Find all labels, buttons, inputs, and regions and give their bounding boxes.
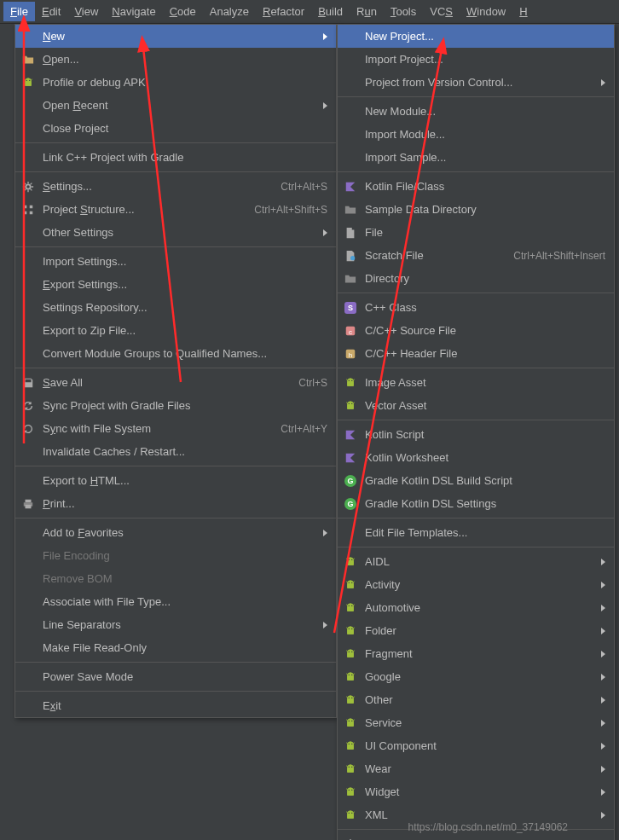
menubar-item-refactor[interactable]: Refactor bbox=[256, 2, 311, 21]
menubar-item-window[interactable]: Window bbox=[460, 2, 512, 21]
new-menu-import-project[interactable]: Import Project... bbox=[338, 48, 614, 71]
menubar-item-analyze[interactable]: Analyze bbox=[203, 2, 256, 21]
file-menu-separator bbox=[15, 171, 336, 172]
file-menu-print[interactable]: Print... bbox=[15, 492, 336, 515]
file-menu-export-to-zip-file[interactable]: Export to Zip File... bbox=[15, 319, 336, 342]
new-menu-kotlin-file-class[interactable]: Kotlin File/Class bbox=[338, 175, 614, 198]
new-menu-image-asset[interactable]: Image Asset bbox=[338, 371, 614, 394]
blank-icon bbox=[20, 444, 36, 460]
svg-point-1 bbox=[29, 79, 30, 80]
new-menu-activity[interactable]: Activity bbox=[338, 573, 614, 596]
submenu-arrow-icon bbox=[601, 743, 605, 750]
menu-item-label: Sync Project with Gradle Files bbox=[43, 399, 327, 412]
new-menu-automotive[interactable]: Automotive bbox=[338, 596, 614, 619]
new-menu-sample-data-directory[interactable]: Sample Data Directory bbox=[338, 198, 614, 221]
svg-rect-7 bbox=[26, 499, 32, 502]
new-menu-kotlin-script[interactable]: Kotlin Script bbox=[338, 423, 614, 446]
android-icon bbox=[343, 646, 358, 662]
file-menu-link-c-project-with-gradle[interactable]: Link C++ Project with Gradle bbox=[15, 146, 336, 169]
new-menu-google[interactable]: Google bbox=[338, 665, 614, 688]
file-menu-convert-module-groups-to-qualified-names[interactable]: Convert Module Groups to Qualified Names… bbox=[15, 342, 336, 365]
android-icon bbox=[343, 715, 358, 731]
file-menu-project-structure[interactable]: Project Structure...Ctrl+Alt+Shift+S bbox=[15, 198, 336, 221]
new-menu-new-project[interactable]: New Project... bbox=[338, 25, 614, 48]
blank-icon bbox=[343, 525, 358, 541]
file-menu-remove-bom: Remove BOM bbox=[15, 567, 336, 590]
file-menu-settings[interactable]: Settings...Ctrl+Alt+S bbox=[15, 175, 336, 198]
menu-item-label: Google bbox=[365, 670, 594, 683]
file-menu-open[interactable]: Open... bbox=[15, 48, 336, 71]
menubar-item-build[interactable]: Build bbox=[311, 2, 350, 21]
new-menu-wear[interactable]: Wear bbox=[338, 757, 614, 780]
file-menu-make-file-read-only[interactable]: Make File Read-Only bbox=[15, 636, 336, 659]
new-menu-xml[interactable]: XML bbox=[338, 803, 614, 826]
menu-item-label: Power Save Mode bbox=[43, 670, 327, 683]
new-menu-new-module[interactable]: New Module... bbox=[338, 100, 614, 123]
new-menu-gradle-kotlin-dsl-build-script[interactable]: GGradle Kotlin DSL Build Script bbox=[338, 469, 614, 492]
menubar-item-navigate[interactable]: Navigate bbox=[105, 2, 162, 21]
menu-shortcut: Ctrl+Alt+Shift+S bbox=[254, 204, 327, 216]
file-menu-invalidate-caches-restart[interactable]: Invalidate Caches / Restart... bbox=[15, 440, 336, 463]
file-menu-exit[interactable]: Exit bbox=[15, 694, 336, 717]
file-menu-sync-with-file-system[interactable]: Sync with File SystemCtrl+Alt+Y bbox=[15, 417, 336, 440]
file-icon bbox=[343, 225, 358, 240]
file-menu-add-to-favorites[interactable]: Add to Favorites bbox=[15, 521, 336, 544]
new-menu-c-class[interactable]: SC++ Class bbox=[338, 296, 614, 319]
new-menu-kotlin-worksheet[interactable]: Kotlin Worksheet bbox=[338, 446, 614, 469]
new-menu-ui-component[interactable]: UI Component bbox=[338, 734, 614, 757]
menubar-item-h[interactable]: H bbox=[512, 2, 534, 21]
file-menu-profile-or-debug-apk[interactable]: Profile or debug APK bbox=[15, 71, 336, 94]
file-menu-sync-project-with-gradle-files[interactable]: Sync Project with Gradle Files bbox=[15, 394, 336, 417]
menu-item-label: Add to Favorites bbox=[43, 526, 316, 539]
file-menu-save-all[interactable]: Save AllCtrl+S bbox=[15, 371, 336, 394]
menubar-item-tools[interactable]: Tools bbox=[384, 2, 423, 21]
menubar-item-edit[interactable]: Edit bbox=[35, 2, 67, 21]
new-menu-edit-file-templates[interactable]: Edit File Templates... bbox=[338, 521, 614, 544]
new-menu-import-sample[interactable]: Import Sample... bbox=[338, 146, 614, 169]
file-menu-export-settings[interactable]: Export Settings... bbox=[15, 273, 336, 296]
menu-item-label: Gradle Kotlin DSL Settings bbox=[365, 497, 605, 510]
menu-item-label: Profile or debug APK bbox=[43, 76, 327, 89]
menubar-item-run[interactable]: Run bbox=[350, 2, 384, 21]
new-menu-fragment[interactable]: Fragment bbox=[338, 642, 614, 665]
new-menu-c-c-source-file[interactable]: cC/C++ Source File bbox=[338, 319, 614, 342]
file-menu-import-settings[interactable]: Import Settings... bbox=[15, 250, 336, 273]
menubar-item-view[interactable]: View bbox=[67, 2, 105, 21]
new-menu-scratch-file[interactable]: Scratch FileCtrl+Alt+Shift+Insert bbox=[338, 244, 614, 267]
new-menu-c-c-header-file[interactable]: hC/C++ Header File bbox=[338, 342, 614, 365]
menubar-item-file[interactable]: File bbox=[3, 2, 35, 21]
menu-item-label: Fragment bbox=[365, 647, 594, 660]
new-menu-service[interactable]: Service bbox=[338, 711, 614, 734]
new-menu-directory[interactable]: Directory bbox=[338, 267, 614, 290]
file-menu-power-save-mode[interactable]: Power Save Mode bbox=[15, 665, 336, 688]
new-menu-gradle-kotlin-dsl-settings[interactable]: GGradle Kotlin DSL Settings bbox=[338, 492, 614, 515]
svg-point-17 bbox=[349, 403, 350, 403]
new-menu-aidl[interactable]: AIDL bbox=[338, 550, 614, 573]
file-menu-settings-repository[interactable]: Settings Repository... bbox=[15, 296, 336, 319]
menubar-item-code[interactable]: Code bbox=[163, 2, 203, 21]
file-menu-open-recent[interactable]: Open Recent bbox=[15, 94, 336, 117]
file-menu-export-to-html[interactable]: Export to HTML... bbox=[15, 469, 336, 492]
blank-icon bbox=[343, 29, 358, 44]
file-menu-other-settings[interactable]: Other Settings bbox=[15, 221, 336, 244]
new-menu-editorconfig-file[interactable]: EditorConfig File bbox=[338, 832, 614, 840]
new-menu-folder[interactable]: Folder bbox=[338, 619, 614, 642]
svg-rect-3 bbox=[24, 205, 27, 208]
new-menu-vector-asset[interactable]: Vector Asset bbox=[338, 394, 614, 417]
menu-item-label: Kotlin File/Class bbox=[365, 180, 605, 193]
file-menu-close-project[interactable]: Close Project bbox=[15, 117, 336, 140]
menubar-item-vcs[interactable]: VCS bbox=[423, 2, 460, 21]
new-menu-project-from-version-control[interactable]: Project from Version Control... bbox=[338, 71, 614, 94]
new-menu-widget[interactable]: Widget bbox=[338, 780, 614, 803]
new-menu-import-module[interactable]: Import Module... bbox=[338, 123, 614, 146]
new-menu-other[interactable]: Other bbox=[338, 688, 614, 711]
menu-item-label: Exit bbox=[43, 699, 327, 712]
submenu-arrow-icon bbox=[323, 530, 327, 536]
folder-icon bbox=[20, 52, 36, 67]
file-menu-associate-with-file-type[interactable]: Associate with File Type... bbox=[15, 590, 336, 613]
new-menu-file[interactable]: File bbox=[338, 221, 614, 244]
s-badge-icon: S bbox=[343, 300, 358, 316]
blank-icon bbox=[20, 640, 36, 656]
file-menu-line-separators[interactable]: Line Separators bbox=[15, 613, 336, 636]
file-menu-new[interactable]: New bbox=[15, 25, 336, 48]
